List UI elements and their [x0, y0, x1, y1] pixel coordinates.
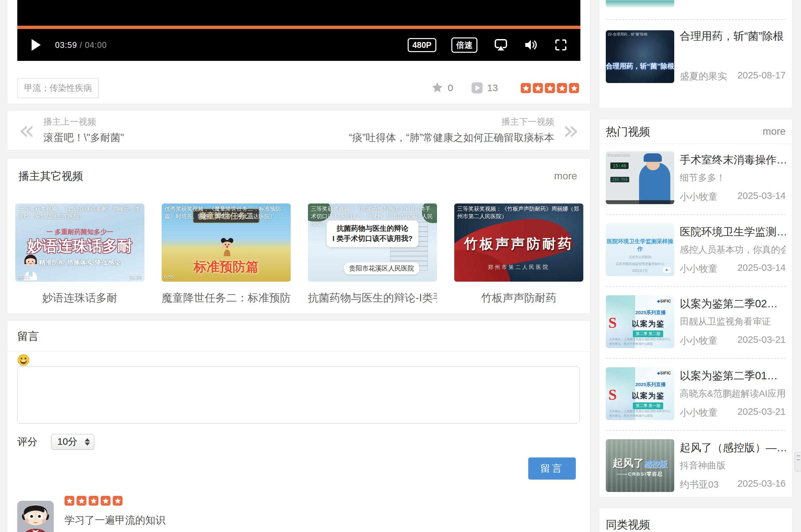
- sidebar-video-title[interactable]: 合理用药，斩“菌”除根: [680, 29, 786, 44]
- hot-video-author: 小小牧童: [680, 190, 717, 204]
- comment-entry: 学习了一遍甲流的知识: [17, 496, 166, 532]
- hot-video-author: 小小牧童: [680, 262, 717, 276]
- page-scroll-widget[interactable]: [795, 452, 801, 472]
- thumb-time-start: 00:01: [18, 274, 30, 280]
- other-video-thumbnail[interactable]: 抗菌药物与医生的辩论I 类手术切口该不该用我? 贵阳市花溪区人民医院 三等奖获奖…: [308, 204, 437, 282]
- play-icon[interactable]: [31, 38, 41, 52]
- next-video-link[interactable]: 播主下一视频 “痰”吐得体，“肺”常健康之如何正确留取痰标本 »: [349, 116, 579, 145]
- comment-rating-stars: [65, 496, 166, 506]
- hot-video-date: 2025-03-14: [738, 262, 786, 273]
- hot-videos-title: 热门视频: [606, 125, 650, 139]
- play-count-icon: [472, 82, 483, 93]
- rating-star-icon: [545, 83, 555, 93]
- organizer-line: 主办单位：上海斯菲克微生物应用技术研究中心: [609, 338, 671, 341]
- player-controls: 03:59 / 04:00 480P 倍速: [17, 29, 580, 61]
- brand-name: SIFIC: [660, 299, 671, 303]
- thumb-corner-label: 22-合理用药，斩“菌”除根: [608, 32, 648, 37]
- prev-video-link[interactable]: « 播主上一视频 滚蛋吧！\"多耐菌": [19, 116, 124, 145]
- hot-video-thumbnail[interactable]: 起风了感控版 ——CRBSI零容忍: [606, 439, 674, 492]
- thumb-organizer-lines: 主办单位：上海斯菲克微生物应用技术研究中心承办单位：复旦大学附属中山医院: [609, 409, 671, 418]
- thumb-title: 以案为鉴: [632, 391, 665, 401]
- double-chevron-left-icon: «: [19, 119, 35, 141]
- comment-card: 留言 评分 10分 留言: [7, 320, 590, 532]
- thumb-award-caption: 优秀奖获奖视频：《魔童降世任务二：标准预防篇》时培英、陈峥、李李等（河北燕达医院…: [162, 204, 291, 222]
- other-video-caption[interactable]: 妙语连珠话多耐: [15, 291, 144, 305]
- other-video-thumbnail[interactable]: 魔童降世任务二 标准预防篇 优秀奖获奖视频：《魔童降世任务二：标准预防篇》时培英…: [162, 204, 291, 282]
- other-video-caption[interactable]: 抗菌药物与医生的辩论-I类手…: [308, 291, 437, 305]
- video-stats: 0 13: [432, 82, 579, 94]
- brand-name: SIFIC: [660, 370, 671, 375]
- airplay-icon[interactable]: [494, 39, 507, 51]
- sidebar-video-thumbnail[interactable]: 22-合理用药，斩“菌”除根 合理用药，斩“菌”除根: [606, 30, 674, 83]
- time-display: 03:59 / 04:00: [55, 40, 107, 50]
- cartoon-character-graphic: [220, 238, 235, 258]
- divider: [7, 351, 590, 352]
- divider: [599, 143, 792, 144]
- brand-letter: S: [608, 314, 617, 331]
- submit-comment-button[interactable]: 留言: [528, 457, 576, 480]
- other-videos-card: 播主其它视频 more 一 多重耐药菌知多少一 妙语连珠话多耐 精准防控 措施落…: [7, 158, 590, 314]
- hot-video-title[interactable]: 以案为鉴第二季02…: [680, 297, 786, 311]
- thumb-title-suffix: 感控版: [644, 459, 668, 468]
- thumb-title: 竹板声声防耐药: [454, 235, 583, 253]
- emoji-picker-button[interactable]: [17, 354, 30, 367]
- thumb-title: 合理用药，斩“菌”除根: [606, 61, 674, 71]
- progress-bar[interactable]: [17, 26, 580, 29]
- favorite-star-icon[interactable]: [432, 82, 443, 94]
- hot-video-thumbnail[interactable]: 医院环境卫生学监测采样操作 启东市人民医院 启东市医院感染管理质量控制中心 20…: [606, 223, 674, 276]
- hot-video-subtitle: 细节多多！: [680, 172, 786, 184]
- hot-video-thumbnail[interactable]: 15:46 193 759 手术室终末消毒: [606, 151, 674, 204]
- hot-video-title[interactable]: 以案为鉴第二季01…: [680, 368, 786, 383]
- speed-button[interactable]: 倍速: [451, 37, 477, 53]
- other-video-caption[interactable]: 竹板声声防耐药: [454, 291, 583, 305]
- sific-logo: ◆SIFIC: [657, 299, 671, 303]
- other-video-item[interactable]: 魔童降世任务二 标准预防篇 优秀奖获奖视频：《魔童降世任务二：标准预防篇》时培英…: [162, 204, 291, 305]
- next-video-label: 播主下一视频: [349, 116, 554, 128]
- hot-videos-more-link[interactable]: more: [763, 126, 786, 137]
- player-strip-graphic: [606, 200, 674, 204]
- other-videos-title: 播主其它视频: [19, 169, 83, 184]
- video-tag[interactable]: 甲流；传染性疾病: [17, 78, 99, 98]
- thumb-hospital-name: 郑州市第二人民医院: [454, 264, 583, 271]
- thumb-subtitle: 启东市医院感染管理质量控制中心: [606, 262, 674, 266]
- favorites-count: 0: [448, 82, 453, 93]
- hot-video-title[interactable]: 起风了（感控版）—…: [680, 440, 786, 455]
- volume-icon[interactable]: [524, 39, 538, 51]
- hot-video-thumbnail[interactable]: S ◆SIFIC 2025系列直播 以案为鉴 第二季 第一期 主办单位：上海斯菲…: [606, 367, 674, 420]
- other-video-caption[interactable]: 魔童降世任务二：标准预防篇: [162, 291, 291, 305]
- rating-select[interactable]: 10分: [51, 434, 94, 450]
- hot-video-subtitle: 田靓从卫监视角看审证: [680, 316, 786, 328]
- pager-card: « 播主上一视频 滚蛋吧！\"多耐菌" 播主下一视频 “痰”吐得体，“肺”常健康…: [7, 110, 590, 150]
- brand-letter: S: [608, 386, 617, 403]
- plays-count: 13: [487, 82, 498, 93]
- thumb-hospital-name: 贵阳市花溪区人民医院: [344, 262, 419, 274]
- other-video-thumbnail[interactable]: 竹板声声防耐药 郑州市第二人民医院 三等奖获奖视频：《竹板声声防耐药》周丽娜（郑…: [454, 204, 583, 282]
- rating-stars[interactable]: [519, 83, 579, 93]
- hot-video-thumbnail[interactable]: S ◆SIFIC 2025系列直播 以案为鉴 第二季 第二期 主办单位：上海斯菲…: [606, 295, 674, 348]
- nurse-graphic: [643, 153, 662, 162]
- other-video-item[interactable]: 抗菌药物与医生的辩论I 类手术切口该不该用我? 贵阳市花溪区人民医院 三等奖获奖…: [308, 204, 437, 305]
- other-video-item[interactable]: 竹板声声防耐药 郑州市第二人民医院 三等奖获奖视频：《竹板声声防耐药》周丽娜（郑…: [454, 204, 583, 305]
- thumb-title: 医院环境卫生学监测采样操作: [606, 238, 674, 253]
- rating-selected-value: 10分: [57, 435, 85, 448]
- hot-video-title[interactable]: 医院环境卫生学监测…: [680, 225, 786, 239]
- other-video-item[interactable]: 一 多重耐药菌知多少一 妙语连珠话多耐 精准防控 措施落实 降低感染 三等奖获奖…: [15, 204, 144, 305]
- hot-video-date: 2025-03-14: [738, 190, 786, 201]
- partial-thumbnail[interactable]: [606, 0, 674, 7]
- other-video-thumbnail[interactable]: 一 多重耐药菌知多少一 妙语连珠话多耐 精准防控 措施落实 降低感染 三等奖获奖…: [15, 204, 144, 282]
- other-videos-more-link[interactable]: more: [554, 170, 577, 182]
- video-player[interactable]: 03:59 / 04:00 480P 倍速: [17, 0, 580, 61]
- quality-button[interactable]: 480P: [408, 38, 436, 52]
- comment-input[interactable]: [17, 366, 580, 423]
- hot-video-author: 小小牧童: [680, 335, 717, 347]
- organizer-line: 承办单位：复旦大学附属中山医院: [609, 342, 653, 345]
- fullscreen-icon[interactable]: [555, 39, 567, 51]
- prev-video-label: 播主上一视频: [43, 116, 124, 128]
- hot-video-title[interactable]: 手术室终末消毒操作…: [680, 153, 786, 167]
- hot-video-author: 约书亚03: [680, 478, 718, 491]
- dashed-divider: [606, 286, 786, 287]
- comment-text: 学习了一遍甲流的知识: [65, 513, 166, 527]
- rating-label: 评分: [17, 435, 37, 449]
- counter-display: 193 759: [611, 177, 629, 182]
- timer-display: 15:46: [611, 163, 629, 169]
